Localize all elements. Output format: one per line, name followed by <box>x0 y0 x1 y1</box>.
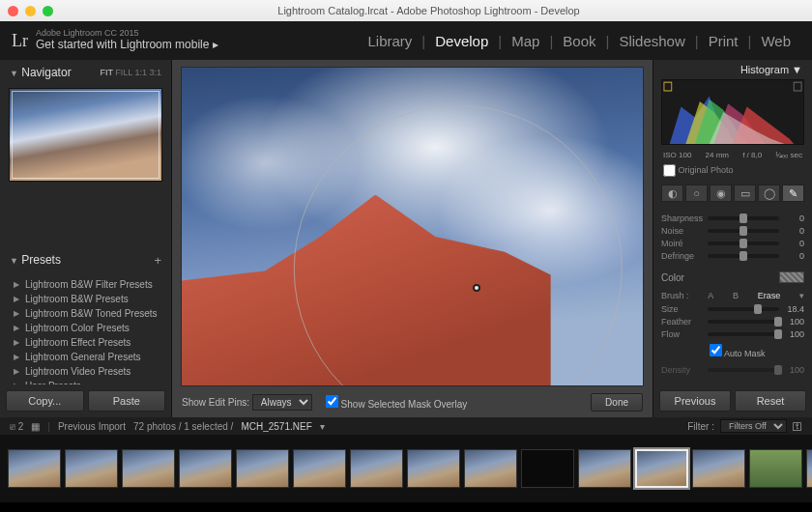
filmstrip-thumb[interactable] <box>464 449 517 488</box>
navigator-preview[interactable] <box>10 89 161 181</box>
module-picker: Library| Develop| Map| Book| Slideshow| … <box>358 33 800 49</box>
zoom-fill[interactable]: FILL <box>115 68 132 77</box>
window-title: Lightroom Catalog.lrcat - Adobe Photosho… <box>53 5 804 16</box>
module-map[interactable]: Map <box>502 33 549 49</box>
filmstrip-thumb[interactable] <box>692 449 745 488</box>
photo-count: 72 photos / 1 selected / <box>133 421 233 432</box>
grid-view-icon[interactable]: ▦ <box>31 421 40 432</box>
done-button[interactable]: Done <box>591 393 643 412</box>
graduated-tool-icon[interactable]: ▭ <box>734 185 756 202</box>
filmstrip-info-bar: ⎚ 2 ▦ | Previous Import 72 photos / 1 se… <box>0 417 812 435</box>
tool-strip: ◐ ○ ◉ ▭ ◯ ✎ <box>653 180 812 207</box>
sharpness-slider[interactable] <box>708 216 779 220</box>
filmstrip[interactable] <box>0 435 812 502</box>
filter-label: Filter : <box>687 421 714 432</box>
copy-settings-button[interactable]: Copy... <box>6 390 84 412</box>
current-filename: MCH_2571.NEF <box>241 421 311 432</box>
minimize-window-button[interactable] <box>25 6 36 16</box>
defringe-slider[interactable] <box>708 254 779 258</box>
svg-rect-7 <box>794 82 801 91</box>
previous-button[interactable]: Previous <box>659 390 731 412</box>
crop-tool-icon[interactable]: ◐ <box>661 185 683 202</box>
moire-slider[interactable] <box>708 242 779 245</box>
histogram-display[interactable] <box>661 79 804 145</box>
maximize-window-button[interactable] <box>43 6 53 16</box>
noise-slider[interactable] <box>708 229 779 233</box>
preset-folder[interactable]: ▶Lightroom Video Presets <box>0 364 171 379</box>
color-swatch-button[interactable] <box>779 271 804 283</box>
edit-pins-select[interactable]: Always <box>252 394 312 411</box>
center-area: Show Edit Pins: Always Show Selected Mas… <box>172 60 652 417</box>
right-panel: Histogram ▼ ISO 100 24 mm f / 8,0 ¹⁄₄₀₀ … <box>652 60 812 417</box>
navigator-header[interactable]: ▼ Navigator FIT FILL 1:1 3:1 <box>0 60 171 85</box>
left-panel: ▼ Navigator FIT FILL 1:1 3:1 ▼ Presets +… <box>0 60 172 417</box>
lightroom-logo: Lr <box>12 31 28 51</box>
breadcrumb-source[interactable]: Previous Import <box>58 421 126 432</box>
zoom-fit[interactable]: FIT <box>100 68 112 77</box>
preset-folder[interactable]: ▶Lightroom B&W Filter Presets <box>0 277 171 292</box>
filmstrip-thumb[interactable] <box>521 449 574 488</box>
filter-lock-icon[interactable]: ⚿ <box>793 421 802 432</box>
reset-button[interactable]: Reset <box>735 390 806 412</box>
edit-pins-label: Show Edit Pins: <box>182 397 249 408</box>
develop-toolbar: Show Edit Pins: Always Show Selected Mas… <box>172 389 652 417</box>
radial-tool-icon[interactable]: ◯ <box>758 185 780 202</box>
chevron-down-icon[interactable]: ▾ <box>799 291 804 300</box>
module-print[interactable]: Print <box>699 33 748 49</box>
filmstrip-thumb[interactable] <box>350 449 403 488</box>
add-preset-button[interactable]: + <box>154 253 161 268</box>
filmstrip-thumb[interactable] <box>65 449 118 488</box>
preset-folder[interactable]: ▶Lightroom B&W Toned Presets <box>0 306 171 321</box>
zoom-3to1[interactable]: 3:1 <box>149 68 161 77</box>
window-titlebar: Lightroom Catalog.lrcat - Adobe Photosho… <box>0 0 812 21</box>
filter-select[interactable]: Filters Off <box>720 419 787 433</box>
redeye-tool-icon[interactable]: ◉ <box>710 185 732 202</box>
module-develop[interactable]: Develop <box>425 33 498 49</box>
brush-flow-slider[interactable] <box>708 332 779 336</box>
preset-folder[interactable]: ▶Lightroom Effect Presets <box>0 335 171 350</box>
brush-erase-tab[interactable]: Erase <box>758 291 781 300</box>
module-slideshow[interactable]: Slideshow <box>609 33 694 49</box>
filmstrip-thumb[interactable] <box>179 449 232 488</box>
filmstrip-thumb[interactable] <box>749 449 802 488</box>
mobile-link[interactable]: Get started with Lightroom mobile ▸ <box>36 39 218 51</box>
original-photo-toggle[interactable]: Original Photo <box>663 165 734 175</box>
zoom-1to1[interactable]: 1:1 <box>134 68 147 77</box>
preset-folder[interactable]: ▶Lightroom Color Presets <box>0 321 171 335</box>
paste-settings-button[interactable]: Paste <box>88 390 166 412</box>
mask-overlay-toggle[interactable]: Show Selected Mask Overlay <box>326 395 467 410</box>
chevron-down-icon: ▼ <box>10 69 18 78</box>
filmstrip-thumb[interactable] <box>8 449 61 488</box>
brush-a-tab[interactable]: A <box>708 291 713 300</box>
color-label: Color <box>661 272 684 283</box>
svg-rect-6 <box>664 82 672 91</box>
preset-folder[interactable]: ▶Lightroom B&W Presets <box>0 292 171 306</box>
filmstrip-thumb[interactable] <box>236 449 289 488</box>
filmstrip-thumb[interactable] <box>407 449 460 488</box>
filmstrip-thumb[interactable] <box>806 449 812 488</box>
filmstrip-thumb-selected[interactable] <box>635 449 688 488</box>
close-window-button[interactable] <box>8 6 18 16</box>
brush-density-slider[interactable] <box>708 368 779 372</box>
spot-tool-icon[interactable]: ○ <box>685 185 708 202</box>
chevron-down-icon: ▼ <box>10 256 18 266</box>
brush-tool-icon[interactable]: ✎ <box>782 185 804 202</box>
filmstrip-thumb[interactable] <box>578 449 631 488</box>
image-canvas[interactable] <box>182 68 643 385</box>
brush-b-tab[interactable]: B <box>733 291 739 300</box>
auto-mask-toggle[interactable]: Auto Mask <box>710 349 766 358</box>
presets-header[interactable]: ▼ Presets + <box>0 247 171 273</box>
second-monitor-icon[interactable]: ⎚ 2 <box>10 421 23 432</box>
module-library[interactable]: Library <box>358 33 421 49</box>
histogram-meta: ISO 100 24 mm f / 8,0 ¹⁄₄₀₀ sec <box>653 149 812 161</box>
brush-feather-slider[interactable] <box>708 320 779 324</box>
chevron-down-icon[interactable]: ▾ <box>320 421 325 432</box>
module-book[interactable]: Book <box>553 33 605 49</box>
brush-cursor-center <box>473 284 480 292</box>
histogram-header[interactable]: Histogram ▼ <box>653 60 812 79</box>
filmstrip-thumb[interactable] <box>122 449 175 488</box>
filmstrip-thumb[interactable] <box>293 449 346 488</box>
module-web[interactable]: Web <box>751 33 800 49</box>
brush-size-slider[interactable] <box>708 307 779 311</box>
preset-folder[interactable]: ▶Lightroom General Presets <box>0 350 171 364</box>
